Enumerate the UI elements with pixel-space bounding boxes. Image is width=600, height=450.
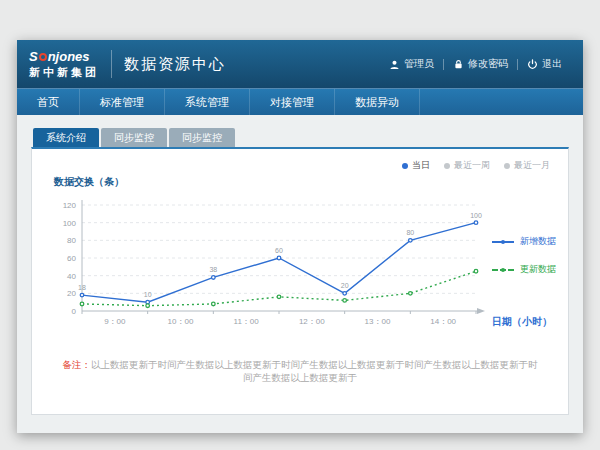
svg-text:12：00: 12：00	[299, 317, 325, 326]
legend-last-month[interactable]: 最近一月	[504, 159, 550, 172]
solid-line-sample-icon	[492, 241, 514, 243]
legend-dot-icon	[504, 163, 510, 169]
legend-dot-icon	[402, 163, 408, 169]
nav-item-standard-mgmt[interactable]: 标准管理	[80, 89, 165, 116]
svg-text:40: 40	[67, 272, 76, 281]
brand-text-suffix: njones	[48, 50, 90, 64]
company-name: 新中新集团	[29, 66, 99, 79]
svg-text:18: 18	[78, 284, 86, 291]
svg-text:80: 80	[406, 229, 414, 236]
y-axis-title: 数据交换（条）	[54, 175, 124, 189]
series-new-data-label: 新增数据	[520, 235, 556, 248]
svg-text:20: 20	[341, 282, 349, 289]
svg-text:11：00: 11：00	[234, 317, 260, 326]
change-password-button[interactable]: 修改密码	[444, 57, 517, 71]
svg-text:10: 10	[144, 291, 152, 298]
logout-label: 退出	[542, 57, 562, 71]
svg-text:9：00: 9：00	[104, 317, 126, 326]
note-text: 以上数据更新于时间产生数据以上数据更新于时间产生数据以上数据更新于时间产生数据以…	[91, 359, 538, 383]
nav-item-integration[interactable]: 对接管理	[250, 89, 335, 116]
svg-text:13：00: 13：00	[365, 317, 391, 326]
brand-text-prefix: S	[29, 50, 38, 64]
note-label: 备注：	[63, 359, 92, 370]
svg-text:100: 100	[63, 219, 77, 228]
user-icon	[389, 59, 400, 70]
svg-text:120: 120	[63, 201, 77, 210]
chart-period-legend: 当日 最近一周 最近一月	[402, 159, 550, 172]
admin-label: 管理员	[404, 57, 434, 71]
line-chart: 0204060801001209：0010：0011：0012：0013：001…	[44, 193, 490, 345]
admin-button[interactable]: 管理员	[380, 57, 443, 71]
logo[interactable]: S njones 新中新集团	[29, 50, 99, 79]
legend-last-week[interactable]: 最近一周	[444, 159, 490, 172]
svg-text:10：00: 10：00	[168, 317, 194, 326]
change-password-label: 修改密码	[468, 57, 508, 71]
footnote: 备注：以上数据更新于时间产生数据以上数据更新于时间产生数据以上数据更新于时间产生…	[32, 359, 568, 385]
logout-button[interactable]: 退出	[518, 57, 571, 71]
svg-text:14：00: 14：00	[430, 317, 456, 326]
svg-text:100: 100	[470, 212, 482, 219]
nav-item-system-mgmt[interactable]: 系统管理	[165, 89, 250, 116]
x-axis-title: 日期（小时）	[492, 315, 552, 329]
legend-new-data[interactable]: 新增数据	[492, 235, 556, 248]
svg-text:60: 60	[67, 254, 76, 263]
app-title: 数据资源中心	[124, 55, 226, 74]
legend-last-week-label: 最近一周	[454, 159, 490, 172]
nav-item-home[interactable]: 首页	[17, 89, 80, 116]
tab-sync-monitor-1[interactable]: 同步监控	[101, 128, 167, 147]
series-update-data-label: 更新数据	[520, 263, 556, 276]
tab-sync-monitor-2[interactable]: 同步监控	[169, 128, 235, 147]
user-actions: 管理员 修改密码 退出	[380, 57, 571, 71]
tabs: 系统介绍 同步监控 同步监控	[31, 128, 569, 147]
legend-dot-icon	[444, 163, 450, 169]
tab-system-intro[interactable]: 系统介绍	[33, 128, 99, 147]
chart-panel: 当日 最近一周 最近一月 数据交换（条） 0204060801001209：00…	[31, 147, 569, 415]
header: S njones 新中新集团 数据资源中心 管理员	[17, 40, 583, 88]
logo-dot-icon	[39, 53, 47, 61]
brand: S njones	[29, 50, 99, 64]
series-legend: 新增数据 更新数据	[492, 235, 556, 276]
svg-text:38: 38	[209, 266, 217, 273]
legend-today[interactable]: 当日	[402, 159, 430, 172]
svg-text:80: 80	[67, 236, 76, 245]
main-nav: 首页 标准管理 系统管理 对接管理 数据异动	[17, 88, 583, 116]
legend-last-month-label: 最近一月	[514, 159, 550, 172]
lock-icon	[453, 59, 464, 70]
svg-text:60: 60	[275, 247, 283, 254]
legend-update-data[interactable]: 更新数据	[492, 263, 556, 276]
logout-icon	[527, 59, 538, 70]
app-window: S njones 新中新集团 数据资源中心 管理员	[17, 40, 583, 433]
nav-item-data-change[interactable]: 数据异动	[335, 89, 420, 116]
header-divider	[111, 50, 112, 78]
svg-text:0: 0	[72, 307, 77, 316]
dashed-line-sample-icon	[492, 269, 514, 271]
svg-text:20: 20	[67, 289, 76, 298]
legend-today-label: 当日	[412, 159, 430, 172]
content-area: 系统介绍 同步监控 同步监控 当日 最近一周 最近一月 数据交换（条）	[17, 115, 583, 433]
